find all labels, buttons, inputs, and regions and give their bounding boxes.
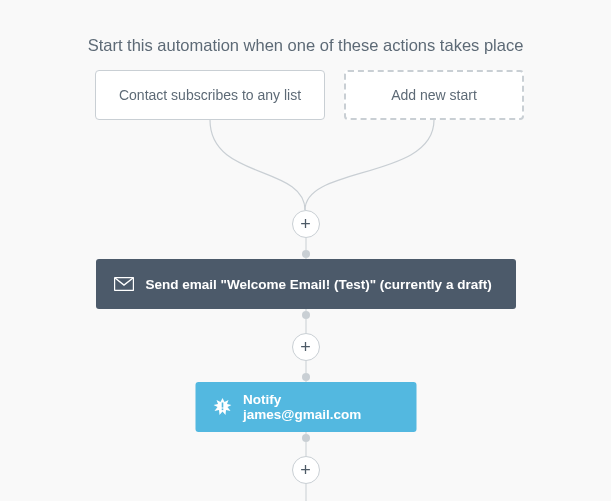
add-step-button[interactable]: + <box>292 333 320 361</box>
add-step-button[interactable]: + <box>292 210 320 238</box>
connector-segment <box>305 238 306 250</box>
start-trigger-subscribe[interactable]: Contact subscribes to any list <box>95 70 325 120</box>
action-notify[interactable]: Notify james@gmail.com <box>195 382 416 432</box>
action-send-email[interactable]: Send email "Welcome Email! (Test)" (curr… <box>96 259 516 309</box>
connector-segment <box>305 484 306 501</box>
connector-dot <box>302 434 310 442</box>
burst-icon <box>213 398 231 416</box>
envelope-icon <box>114 277 134 291</box>
action-notify-label: Notify james@gmail.com <box>243 392 398 422</box>
connector-dot <box>302 311 310 319</box>
svg-rect-1 <box>221 403 223 408</box>
connector-segment <box>305 319 306 333</box>
connector-dot <box>302 373 310 381</box>
connector-segment <box>305 361 306 373</box>
add-new-start-button[interactable]: Add new start <box>344 70 524 120</box>
action-send-email-label: Send email "Welcome Email! (Test)" (curr… <box>146 277 492 292</box>
connector-dot <box>302 250 310 258</box>
svg-rect-2 <box>221 409 223 411</box>
canvas-heading: Start this automation when one of these … <box>0 0 611 55</box>
connector-segment <box>305 442 306 456</box>
add-step-button[interactable]: + <box>292 456 320 484</box>
automation-canvas: Start this automation when one of these … <box>0 0 611 501</box>
